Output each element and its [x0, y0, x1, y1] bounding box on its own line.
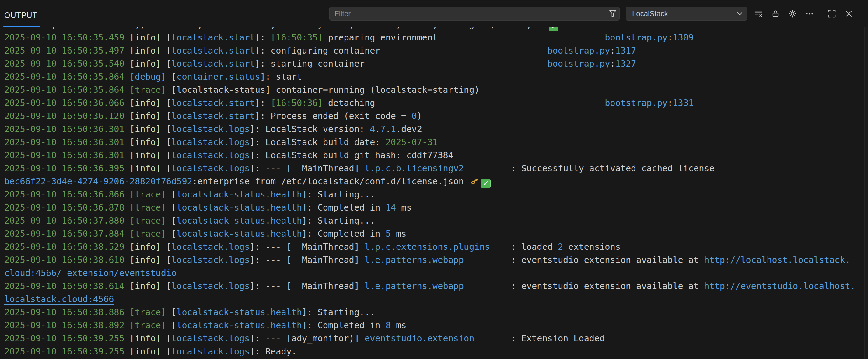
log-text: 2025-09-10 16:50:35.864	[4, 85, 124, 95]
log-text	[124, 229, 130, 239]
log-text	[124, 98, 130, 108]
log-text: ]:	[302, 190, 317, 200]
maximize-icon	[827, 9, 836, 18]
log-text: LocalStack version:	[266, 124, 370, 134]
maximize-panel-button[interactable]	[823, 7, 840, 21]
filter-box	[329, 7, 620, 21]
log-text	[124, 111, 130, 121]
channel-select[interactable]: LocalStack	[626, 7, 747, 21]
lock-icon	[771, 9, 780, 18]
log-text: [16:50:35]	[271, 33, 323, 42]
file-link[interactable]: bootstrap.py	[605, 33, 668, 42]
log-text: [info]	[130, 124, 161, 134]
tab-output[interactable]: OUTPUT	[4, 11, 37, 20]
log-url-link[interactable]: http://eventstudio.localhost.	[704, 281, 856, 291]
log-text: ms	[391, 229, 406, 239]
lock-button[interactable]	[767, 7, 784, 21]
log-text: detaching	[323, 98, 375, 108]
log-text	[161, 150, 166, 160]
log-text: ]:	[250, 333, 266, 344]
log-text	[124, 46, 130, 56]
log-text: Starting...	[318, 307, 375, 317]
log-text: .dev2	[396, 124, 422, 134]
log-row: 2025-09-10 16:50:36.120 [info] [localsta…	[4, 109, 864, 123]
log-text: . , . ,, . , . , . y ,. , , g , .,	[4, 27, 537, 30]
log-text	[474, 333, 511, 344]
log-text: localstack-status.health	[177, 216, 302, 226]
log-text	[166, 85, 172, 95]
clear-output-button[interactable]	[750, 7, 767, 21]
log-text	[166, 320, 172, 330]
log-row: 2025-09-10 16:50:37.880 [trace] [localst…	[4, 214, 864, 227]
file-link[interactable]: bootstrap.py	[548, 59, 610, 69]
log-text: container.status	[177, 72, 260, 82]
file-link[interactable]: bootstrap.py	[605, 98, 668, 108]
log-text: [	[166, 281, 172, 291]
active-tab-underline	[3, 26, 40, 27]
log-text	[365, 59, 548, 69]
scrollbar-track[interactable]	[864, 27, 868, 359]
log-text: [	[166, 242, 172, 252]
log-text: 2025-09-10 16:50:37.884	[4, 229, 124, 239]
close-panel-button[interactable]	[840, 7, 857, 21]
log-text	[124, 242, 130, 252]
log-text: localstack.logs	[172, 347, 250, 357]
log-row: 2025-09-10 16:50:38.892 [trace] [localst…	[4, 319, 864, 332]
log-row: 2025-09-10 16:50:35.864 [debug] [contain…	[4, 70, 864, 84]
log-row: 2025-09-10 16:50:39.255 [info] [localsta…	[4, 332, 864, 345]
file-link[interactable]: 1327	[615, 59, 637, 69]
log-text: [	[166, 150, 172, 160]
log-text: 0	[411, 111, 417, 121]
log-text: )	[417, 111, 422, 121]
filter-input[interactable]	[330, 9, 606, 18]
log-text: 2025-09-10 16:50:36.066	[4, 98, 124, 108]
log-text: :	[668, 33, 673, 42]
log-text: [	[166, 111, 172, 121]
log-text: [debug]	[130, 72, 166, 82]
log-text	[490, 242, 511, 252]
log-text: .	[375, 124, 380, 134]
file-link[interactable]: 1309	[673, 33, 693, 42]
log-text: : Successfully activated cached license	[511, 163, 714, 173]
file-link[interactable]: bootstrap.py	[548, 46, 610, 56]
log-row: localstack.cloud:4566	[4, 293, 864, 306]
log-text	[124, 124, 130, 134]
more-actions-button[interactable]	[801, 7, 818, 21]
log-text: : eventstudio extension available at	[511, 255, 704, 265]
log-text	[124, 281, 130, 291]
file-link[interactable]: 1317	[615, 46, 637, 56]
log-url-link[interactable]: localstack.cloud:4566	[4, 294, 114, 304]
log-text: [info]	[130, 137, 161, 147]
log-text: localstack.logs	[172, 281, 250, 291]
log-text: :	[610, 46, 615, 56]
file-link[interactable]: 1331	[673, 98, 693, 108]
log-row: 2025-09-10 16:50:38.529 [info] [localsta…	[4, 240, 864, 254]
log-url-link[interactable]: http://localhost.localstack.	[704, 255, 850, 265]
settings-button[interactable]	[784, 7, 801, 21]
log-text: ]:	[255, 59, 271, 69]
log-text: :	[668, 98, 673, 108]
log-text: ]:	[302, 307, 317, 317]
clear-output-icon	[754, 9, 763, 18]
log-url-link[interactable]: cloud:4566/_extension/eventstudio	[4, 268, 177, 278]
log-text: 2025-09-10 16:50:38.610	[4, 255, 124, 265]
log-text: LocalStack build date:	[266, 137, 385, 147]
log-text	[161, 98, 166, 108]
log-text: 2025-09-10 16:50:36.120	[4, 111, 124, 121]
log-text: ]:	[255, 46, 271, 56]
log-text: Starting...	[318, 216, 375, 226]
log-row: 2025-09-10 16:50:35.540 [info] [localsta…	[4, 57, 864, 70]
funnel-icon[interactable]	[606, 9, 619, 18]
log-text: .	[385, 124, 391, 134]
log-text: [	[166, 163, 172, 173]
log-text: 2025-09-10 16:50:38.892	[4, 320, 124, 330]
log-row: 2025-09-10 16:50:39.255 [info] [localsta…	[4, 345, 864, 358]
log-text: : loaded	[511, 242, 558, 252]
log-lines[interactable]: . , . ,, . , . , . y ,. , , g , ., ✓2025…	[4, 27, 864, 359]
log-text: localstack.logs	[172, 242, 250, 252]
output-panel: OUTPUT LocalStack	[0, 0, 868, 359]
log-text	[124, 163, 130, 173]
log-text: [	[172, 190, 177, 200]
log-text: [info]	[130, 347, 161, 357]
log-text: 2	[558, 242, 563, 252]
